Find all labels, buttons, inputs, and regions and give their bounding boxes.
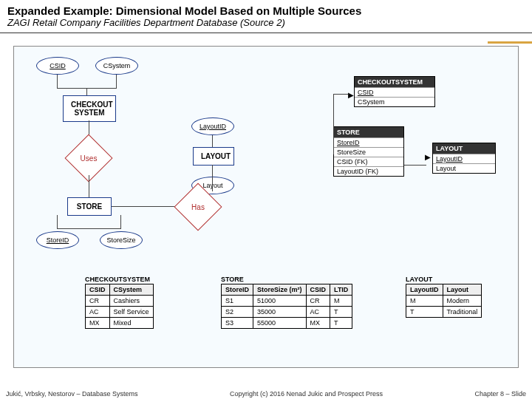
footer-left: Jukić, Vrbsky, Nestorov – Database Syste… bbox=[6, 390, 138, 398]
footer: Jukić, Vrbsky, Nestorov – Database Syste… bbox=[0, 390, 532, 398]
arrow-icon: ▶ bbox=[348, 91, 354, 99]
attr-csid: CSID bbox=[36, 57, 79, 75]
line bbox=[333, 94, 334, 154]
line bbox=[116, 75, 117, 88]
entity-store: STORE bbox=[67, 197, 112, 216]
footer-right: Chapter 8 – Slide bbox=[474, 390, 526, 398]
line bbox=[212, 165, 213, 191]
page-title: Expanded Example: Dimensional Model Base… bbox=[0, 0, 532, 17]
table-store: STORE StoreIDStoreSize (m²)CSIDLTID S151… bbox=[221, 276, 352, 329]
schema-layout: LAYOUT LayoutID Layout bbox=[432, 143, 496, 174]
attr-storesize: StoreSize bbox=[100, 231, 143, 249]
schema-store: STORE StoreID StoreSize CSID (FK) Layout… bbox=[333, 126, 404, 177]
line bbox=[57, 228, 121, 229]
line bbox=[86, 88, 87, 95]
line bbox=[212, 135, 213, 147]
line bbox=[57, 215, 58, 228]
line bbox=[333, 94, 348, 95]
table-layout: LAYOUT LayoutIDLayout MModern TTradition… bbox=[406, 276, 482, 318]
arrow-icon: ▶ bbox=[425, 153, 431, 161]
page-subtitle: ZAGI Retail Company Facilities Departmen… bbox=[0, 17, 532, 33]
attr-layoutid: LayoutID bbox=[191, 117, 234, 135]
entity-checkout-system: CHECKOUT SYSTEM bbox=[63, 95, 116, 122]
line bbox=[57, 75, 58, 88]
diagram-canvas: CSID CSystem CHECKOUT SYSTEM Uses STORE … bbox=[13, 46, 519, 368]
line bbox=[89, 175, 89, 197]
rel-uses: Uses bbox=[72, 141, 106, 175]
accent-bar bbox=[488, 41, 532, 44]
attr-storeid: StoreID bbox=[36, 231, 79, 249]
line bbox=[112, 206, 183, 207]
line bbox=[404, 165, 426, 166]
footer-center: Copyright (c) 2016 Nenad Jukic and Prosp… bbox=[138, 390, 475, 398]
rel-has: Has bbox=[181, 190, 215, 224]
attr-csystem: CSystem bbox=[95, 57, 138, 75]
table-checkoutsystem: CHECKOUTSYSTEM CSIDCSystem CRCashiers AC… bbox=[85, 276, 154, 329]
entity-layout: LAYOUT bbox=[193, 147, 234, 166]
schema-checkoutsystem: CHECKOUTSYSTEM CSID CSystem bbox=[354, 76, 435, 107]
line bbox=[120, 215, 121, 228]
